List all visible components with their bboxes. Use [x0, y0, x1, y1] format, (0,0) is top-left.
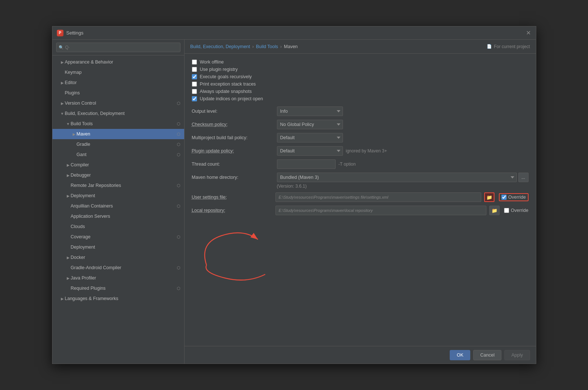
- update-indices-label: Update indices on project open: [200, 96, 263, 101]
- repo-icon: ⬡: [176, 121, 181, 126]
- sidebar-item-docker[interactable]: ▶ Docker: [52, 252, 184, 263]
- sidebar-item-gradle-android[interactable]: Gradle-Android Compiler ⬡: [52, 263, 184, 273]
- output-level-select[interactable]: Info Quiet Debug: [277, 106, 343, 116]
- sidebar-item-arquillian[interactable]: Arquillian Containers ⬡: [52, 201, 184, 211]
- arrow-down-icon: ▼: [60, 111, 65, 116]
- always-update-checkbox[interactable]: [192, 89, 197, 94]
- sidebar-item-build-tools[interactable]: ▼ Build Tools ⬡: [52, 119, 184, 129]
- spacer-icon: [60, 90, 65, 95]
- execute-goals-label: Execute goals recursively: [200, 74, 252, 79]
- repo-icon: ⬡: [176, 234, 181, 239]
- sidebar-item-label: Deployment: [71, 193, 181, 198]
- annotation-arrow: [185, 206, 309, 280]
- use-plugin-registry-label: Use plugin registry: [200, 67, 238, 72]
- plugin-update-policy-label: Plugin update policy:: [192, 148, 273, 154]
- sidebar-item-label: Application Servers: [71, 214, 181, 219]
- maven-home-row: Maven home directory: Bundled (Maven 3) …: [192, 173, 529, 182]
- cancel-button[interactable]: Cancel: [473, 350, 501, 360]
- sidebar-item-deployment[interactable]: ▶ Deployment: [52, 191, 184, 201]
- local-repo-override-group: Override: [504, 208, 529, 213]
- user-settings-input[interactable]: [275, 192, 481, 202]
- sidebar-item-plugins[interactable]: Plugins: [52, 88, 184, 98]
- repo-icon: ⬡: [176, 265, 181, 270]
- sidebar-item-editor[interactable]: ▶ Editor: [52, 77, 184, 88]
- spacer-icon: [72, 142, 77, 147]
- sidebar-item-required-plugins[interactable]: Required Plugins ⬡: [52, 283, 184, 293]
- update-indices-checkbox[interactable]: [192, 96, 197, 101]
- checksum-policy-label: Checksum policy:: [192, 122, 273, 127]
- local-repo-label: Local repository:: [192, 208, 273, 213]
- sidebar-item-debugger[interactable]: ▶ Debugger: [52, 170, 184, 180]
- user-settings-browse-button[interactable]: 📁: [484, 192, 494, 202]
- sidebar-item-remote-jar[interactable]: Remote Jar Repositories ⬡: [52, 180, 184, 191]
- sidebar-item-build-exec[interactable]: ▼ Build, Execution, Deployment: [52, 108, 184, 119]
- for-current-project: 📄 For current project: [487, 44, 530, 49]
- sidebar-item-appearance[interactable]: ▶ Appearance & Behavior: [52, 57, 184, 67]
- repo-icon: ⬡: [176, 101, 181, 106]
- sidebar-item-app-servers[interactable]: Application Servers: [52, 211, 184, 221]
- local-repo-override-label: Override: [511, 208, 529, 213]
- sidebar-item-label: Version Control: [65, 101, 175, 106]
- plugin-update-policy-select[interactable]: Default Force Update Suppress Update: [277, 146, 343, 156]
- repo-icon: ⬡: [176, 142, 181, 147]
- tree-container: ▶ Appearance & Behavior Keymap ▶ Editor …: [52, 55, 184, 364]
- sidebar-item-label: Remote Jar Repositories: [71, 183, 175, 188]
- sidebar-item-languages[interactable]: ▶ Languages & Frameworks: [52, 293, 184, 304]
- sidebar-item-keymap[interactable]: Keymap: [52, 67, 184, 77]
- print-exception-checkbox[interactable]: [192, 82, 197, 87]
- sidebar-item-java-profiler[interactable]: ▶ Java Profiler: [52, 273, 184, 283]
- sidebar-item-gradle[interactable]: Gradle ⬡: [52, 139, 184, 149]
- work-offline-checkbox[interactable]: [192, 59, 197, 65]
- thread-count-input[interactable]: [277, 159, 336, 169]
- sidebar-item-clouds[interactable]: Clouds: [52, 221, 184, 232]
- breadcrumb-item-build-tools[interactable]: Build Tools: [256, 44, 278, 49]
- checksum-label-text: Checksum policy:: [192, 122, 228, 127]
- sidebar-item-gant[interactable]: Gant ⬡: [52, 149, 184, 160]
- local-repo-input[interactable]: [275, 206, 486, 215]
- maven-home-select[interactable]: Bundled (Maven 3) Maven 3 Custom: [277, 173, 517, 182]
- sidebar-item-label: Build Tools: [71, 121, 175, 126]
- always-update-label: Always update snapshots: [200, 89, 252, 94]
- sidebar-item-deployment2[interactable]: Deployment: [52, 242, 184, 252]
- breadcrumb-item-build-exec[interactable]: Build, Execution, Deployment: [190, 44, 250, 49]
- sidebar-item-version-control[interactable]: ▶ Version Control ⬡: [52, 98, 184, 108]
- arrow-right-icon: ▶: [66, 193, 71, 198]
- spacer-icon: [66, 203, 71, 209]
- spacer-icon: [66, 224, 71, 229]
- sidebar-item-label: Required Plugins: [71, 286, 175, 291]
- local-repo-browse-button[interactable]: 📁: [489, 206, 500, 215]
- spacer-icon: [66, 183, 71, 188]
- use-plugin-registry-checkbox[interactable]: [192, 67, 197, 72]
- multiproject-policy-select[interactable]: Default Never At End Immediately: [277, 133, 343, 142]
- spacer-icon: [66, 245, 71, 250]
- spacer-icon: [60, 70, 65, 75]
- sidebar-item-label: Appearance & Behavior: [65, 59, 181, 65]
- checksum-policy-control: No Global Policy Strict Lenient: [277, 120, 529, 129]
- local-repo-row: Local repository: 📁 Override: [192, 206, 529, 215]
- execute-goals-checkbox[interactable]: [192, 74, 197, 79]
- sidebar-item-label: Compiler: [71, 162, 181, 167]
- checksum-policy-select[interactable]: No Global Policy Strict Lenient: [277, 120, 343, 129]
- local-repo-override-checkbox[interactable]: [504, 208, 509, 213]
- thread-count-hint: -T option: [339, 162, 356, 167]
- dialog-footer: OK Cancel Apply: [185, 346, 536, 364]
- sidebar-item-label: Arquillian Containers: [71, 203, 175, 209]
- ok-button[interactable]: OK: [450, 350, 470, 360]
- apply-button[interactable]: Apply: [504, 350, 530, 360]
- user-settings-override-group: Override: [499, 193, 529, 201]
- user-settings-label-text: User settings file:: [192, 195, 227, 200]
- user-settings-override-checkbox[interactable]: [501, 195, 507, 200]
- sidebar-item-label: Gradle-Android Compiler: [71, 265, 175, 270]
- sidebar-item-label: Gradle: [77, 142, 175, 147]
- plugin-update-policy-row: Plugin update policy: Default Force Upda…: [192, 146, 529, 156]
- sidebar-item-maven[interactable]: ▶ Maven ⬡: [52, 129, 184, 139]
- maven-home-browse-button[interactable]: ...: [518, 173, 529, 182]
- settings-dialog: P Settings ✕ 🔍 ▶ Appearance & Behavior: [52, 26, 536, 364]
- sidebar-item-compiler[interactable]: ▶ Compiler: [52, 160, 184, 170]
- plugin-label-text: Plugin update policy:: [192, 148, 234, 154]
- search-input[interactable]: [56, 43, 180, 52]
- thread-count-control: -T option: [277, 159, 529, 169]
- sidebar-item-coverage[interactable]: Coverage ⬡: [52, 232, 184, 242]
- close-button[interactable]: ✕: [526, 30, 532, 36]
- dialog-title: Settings: [66, 30, 523, 36]
